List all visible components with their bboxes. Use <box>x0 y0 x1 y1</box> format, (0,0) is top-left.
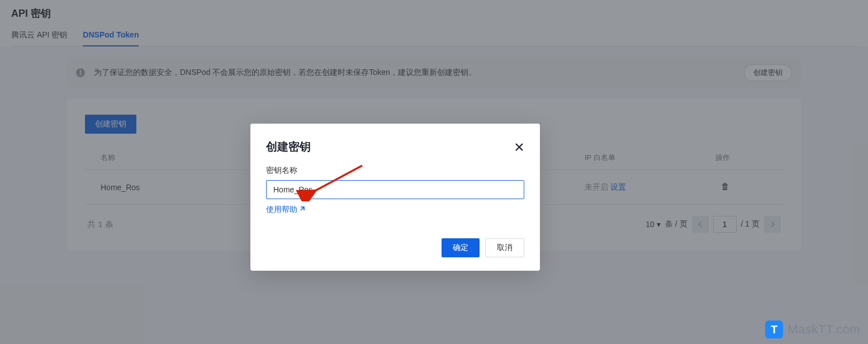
modal-footer: 确定 取消 <box>266 238 524 257</box>
watermark-text: MaskTT.com <box>788 322 860 337</box>
key-name-input[interactable] <box>266 180 524 199</box>
watermark: T MaskTT.com <box>765 321 860 338</box>
modal-header: 创建密钥 <box>266 139 524 154</box>
modal-title: 创建密钥 <box>266 139 514 154</box>
cancel-button[interactable]: 取消 <box>485 238 524 257</box>
key-name-label: 密钥名称 <box>266 166 524 176</box>
confirm-button[interactable]: 确定 <box>442 238 480 257</box>
watermark-badge: T <box>765 321 783 338</box>
external-link-icon <box>298 205 305 214</box>
create-key-modal: 创建密钥 密钥名称 使用帮助 确定 取消 <box>250 124 540 271</box>
close-icon[interactable] <box>514 142 524 152</box>
help-link[interactable]: 使用帮助 <box>266 205 305 215</box>
